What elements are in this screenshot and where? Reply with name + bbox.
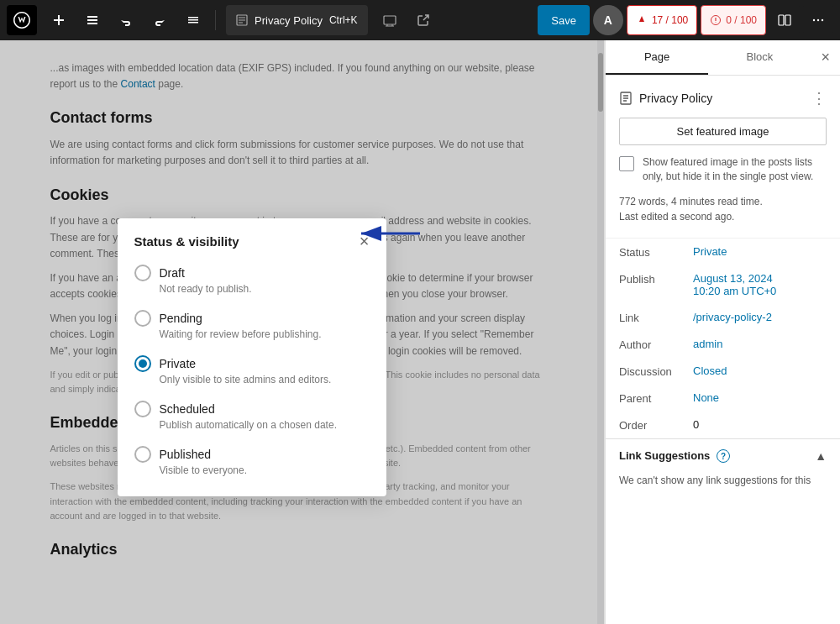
private-radio[interactable] [134, 355, 151, 372]
show-featured-label: Show featured image in the posts lists o… [643, 155, 827, 184]
document-icon [619, 92, 633, 105]
svg-point-6 [817, 19, 819, 21]
page-title-row: Privacy Policy ⋮ [619, 89, 827, 107]
pending-label: Pending [160, 312, 202, 325]
private-label: Private [160, 357, 197, 370]
page-info-section: Privacy Policy ⋮ Set featured image Show… [606, 76, 840, 239]
svg-point-5 [813, 19, 815, 21]
status-value[interactable]: Private [693, 245, 727, 258]
keyboard-shortcut: Ctrl+K [329, 14, 358, 26]
status-row: Status Private [606, 239, 840, 265]
link-suggestions-help-icon[interactable]: ? [717, 449, 730, 463]
published-desc: Visible to everyone. [160, 464, 370, 476]
order-value: 0 [693, 418, 699, 431]
svg-rect-4 [785, 15, 790, 25]
redo-button[interactable] [144, 5, 175, 35]
author-label: Author [619, 338, 686, 351]
more-options-button[interactable] [803, 5, 833, 35]
show-featured-row: Show featured image in the posts lists o… [619, 155, 827, 184]
ai-counter-2[interactable]: 0 / 100 [701, 5, 766, 35]
option-pending: Pending Waiting for review before publis… [134, 310, 370, 340]
tab-block[interactable]: Block [708, 40, 811, 75]
link-label: Link [619, 311, 686, 324]
svg-point-7 [822, 19, 823, 21]
svg-rect-1 [384, 16, 396, 24]
modal-header: Status & visibility × [118, 218, 386, 261]
parent-row: Parent None [606, 385, 840, 412]
published-radio-row[interactable]: Published [134, 446, 370, 463]
discussion-row: Discussion Closed [606, 358, 840, 385]
sidebar-close-button[interactable]: × [811, 40, 841, 75]
wp-logo[interactable] [7, 5, 37, 35]
option-published: Published Visible to everyone. [134, 446, 370, 476]
save-button[interactable]: Save [538, 5, 590, 35]
private-radio-row[interactable]: Private [134, 355, 370, 372]
pending-radio[interactable] [134, 310, 151, 327]
publish-value[interactable]: August 13, 2024 10:20 am UTC+0 [693, 272, 776, 297]
option-private: Private Only visible [134, 355, 370, 385]
pending-radio-row[interactable]: Pending [134, 310, 370, 327]
discussion-value[interactable]: Closed [693, 364, 727, 377]
more-options-button[interactable]: ⋮ [811, 89, 827, 107]
published-radio[interactable] [134, 446, 151, 463]
option-scheduled: Scheduled Publish automatically on a cho… [134, 401, 370, 431]
add-block-button[interactable] [44, 5, 74, 35]
draft-desc: Not ready to publish. [160, 283, 370, 295]
tab-page[interactable]: Page [606, 40, 708, 75]
counter2-value: 0 / 100 [726, 14, 757, 26]
external-link-button[interactable] [408, 5, 438, 35]
right-sidebar: Page Block × Privacy Policy ⋮ Set featur… [605, 40, 840, 624]
sidebar-content: Privacy Policy ⋮ Set featured image Show… [606, 76, 840, 624]
parent-value[interactable]: None [693, 391, 719, 404]
scheduled-radio-row[interactable]: Scheduled [134, 401, 370, 417]
modal-body: Draft Not ready to publish. Pending Wait… [118, 261, 386, 496]
toolbar: Privacy Policy Ctrl+K Save A 17 / 100 0 … [0, 0, 840, 40]
avatar[interactable]: A [593, 5, 623, 35]
publish-label: Publish [619, 272, 686, 286]
page-title: Privacy Policy [639, 92, 712, 105]
draft-radio[interactable] [134, 265, 151, 281]
document-title-area[interactable]: Privacy Policy Ctrl+K [226, 5, 368, 35]
link-suggestions-title: Link Suggestions [619, 449, 710, 462]
scheduled-label: Scheduled [160, 402, 215, 416]
author-row: Author admin [606, 331, 840, 358]
settings-panel-button[interactable] [769, 5, 800, 35]
separator-1 [215, 10, 216, 30]
order-label: Order [619, 418, 686, 432]
main-area: ...as images with embedded location data… [0, 40, 840, 624]
link-suggestions-title-row: Link Suggestions ? [619, 449, 730, 464]
show-featured-checkbox[interactable] [619, 156, 634, 171]
modal-close-button[interactable]: × [360, 232, 370, 251]
set-featured-image-button[interactable]: Set featured image [619, 118, 827, 145]
sidebar-tabs: Page Block × [606, 40, 840, 76]
link-suggestions-header: Link Suggestions ? ▲ [606, 438, 840, 474]
author-value[interactable]: admin [693, 338, 722, 350]
preview-button[interactable] [375, 5, 405, 35]
document-title: Privacy Policy [255, 14, 323, 27]
modal-title: Status & visibility [134, 234, 239, 249]
parent-label: Parent [619, 391, 686, 405]
draft-label: Draft [160, 266, 185, 280]
option-draft: Draft Not ready to publish. [134, 265, 370, 295]
discussion-label: Discussion [619, 364, 686, 378]
scheduled-desc: Publish automatically on a chosen date. [160, 419, 370, 431]
draft-radio-row[interactable]: Draft [134, 265, 370, 281]
list-view-button[interactable] [178, 5, 208, 35]
tools-button[interactable] [77, 5, 108, 35]
pending-desc: Waiting for review before publishing. [160, 328, 370, 340]
svg-rect-3 [779, 15, 784, 25]
order-row: Order 0 [606, 412, 840, 438]
ai-counter-1[interactable]: 17 / 100 [627, 5, 697, 35]
link-suggestions-collapse-button[interactable]: ▲ [815, 449, 827, 463]
undo-button[interactable] [111, 5, 141, 35]
private-desc: Only visible to site admins and editors. [160, 374, 370, 385]
counter1-value: 17 / 100 [652, 14, 688, 26]
content-area: ...as images with embedded location data… [0, 40, 605, 624]
link-row: Link /privacy-policy-2 [606, 304, 840, 331]
published-label: Published [160, 448, 212, 461]
modal-overlay[interactable]: Status & visibility × Draft Not ready to… [0, 40, 604, 624]
link-value[interactable]: /privacy-policy-2 [693, 311, 772, 323]
status-visibility-modal: Status & visibility × Draft Not ready to… [118, 218, 386, 496]
scheduled-radio[interactable] [134, 401, 151, 417]
word-count: 772 words, 4 minutes read time. Last edi… [619, 194, 827, 224]
